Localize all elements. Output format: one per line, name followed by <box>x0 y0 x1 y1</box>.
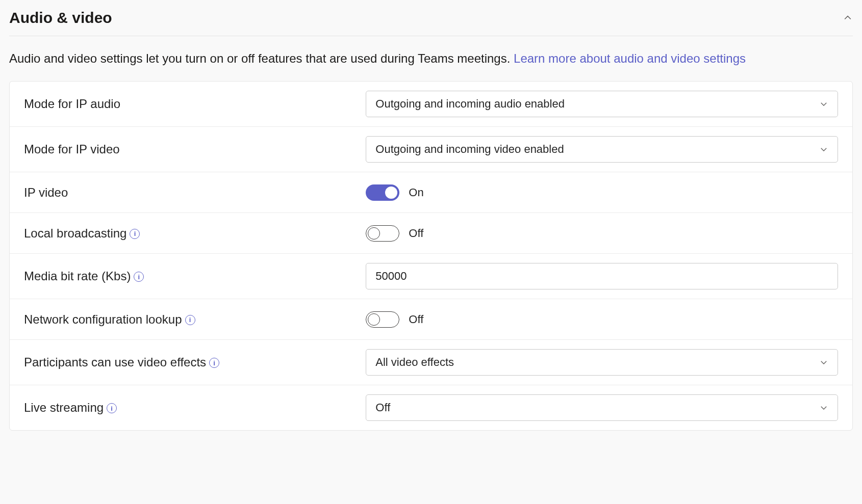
label-local-broadcasting: Local broadcasting <box>24 226 126 241</box>
description-text: Audio and video settings let you turn on… <box>9 51 514 65</box>
chevron-down-icon <box>819 145 828 154</box>
info-icon[interactable]: i <box>209 358 219 368</box>
toggle-network-lookup[interactable] <box>366 311 399 328</box>
info-icon[interactable]: i <box>130 229 140 239</box>
toggle-ip-video[interactable] <box>366 184 399 201</box>
row-ip-audio-mode: Mode for IP audio Outgoing and incoming … <box>10 82 852 127</box>
select-ip-audio-mode[interactable]: Outgoing and incoming audio enabled <box>366 91 838 117</box>
row-local-broadcasting: Local broadcasting i Off <box>10 213 852 254</box>
chevron-up-icon <box>843 13 853 23</box>
select-live-streaming[interactable]: Off <box>366 394 838 421</box>
section-title: Audio & video <box>9 9 112 26</box>
row-ip-video-mode: Mode for IP video Outgoing and incoming … <box>10 127 852 172</box>
toggle-local-broadcasting-state: Off <box>409 227 423 240</box>
select-ip-video-mode[interactable]: Outgoing and incoming video enabled <box>366 136 838 163</box>
row-media-bitrate: Media bit rate (Kbs) i <box>10 254 852 299</box>
info-icon[interactable]: i <box>185 315 195 325</box>
chevron-down-icon <box>819 403 828 412</box>
row-network-lookup: Network configuration lookup i Off <box>10 299 852 340</box>
row-video-effects: Participants can use video effects i All… <box>10 340 852 385</box>
label-video-effects: Participants can use video effects <box>24 355 206 369</box>
select-ip-video-mode-value: Outgoing and incoming video enabled <box>375 143 564 156</box>
chevron-down-icon <box>819 358 828 367</box>
section-description: Audio and video settings let you turn on… <box>9 49 853 68</box>
row-ip-video: IP video On <box>10 172 852 213</box>
input-media-bitrate[interactable] <box>366 263 838 289</box>
label-ip-video: IP video <box>24 185 366 200</box>
label-network-lookup: Network configuration lookup <box>24 312 182 327</box>
row-live-streaming: Live streaming i Off <box>10 385 852 430</box>
select-video-effects[interactable]: All video effects <box>366 349 838 376</box>
toggle-network-lookup-state: Off <box>409 313 423 326</box>
select-live-streaming-value: Off <box>375 401 390 414</box>
label-live-streaming: Live streaming <box>24 401 104 415</box>
toggle-local-broadcasting[interactable] <box>366 225 399 242</box>
settings-panel: Mode for IP audio Outgoing and incoming … <box>9 81 853 431</box>
select-video-effects-value: All video effects <box>375 356 454 369</box>
section-header[interactable]: Audio & video <box>9 9 853 36</box>
learn-more-link[interactable]: Learn more about audio and video setting… <box>514 51 746 65</box>
select-ip-audio-mode-value: Outgoing and incoming audio enabled <box>375 97 565 111</box>
info-icon[interactable]: i <box>107 403 117 413</box>
chevron-down-icon <box>819 99 828 109</box>
toggle-ip-video-state: On <box>409 186 423 199</box>
info-icon[interactable]: i <box>134 272 144 282</box>
label-ip-video-mode: Mode for IP video <box>24 142 366 156</box>
label-media-bitrate: Media bit rate (Kbs) <box>24 269 131 283</box>
label-ip-audio-mode: Mode for IP audio <box>24 97 366 111</box>
